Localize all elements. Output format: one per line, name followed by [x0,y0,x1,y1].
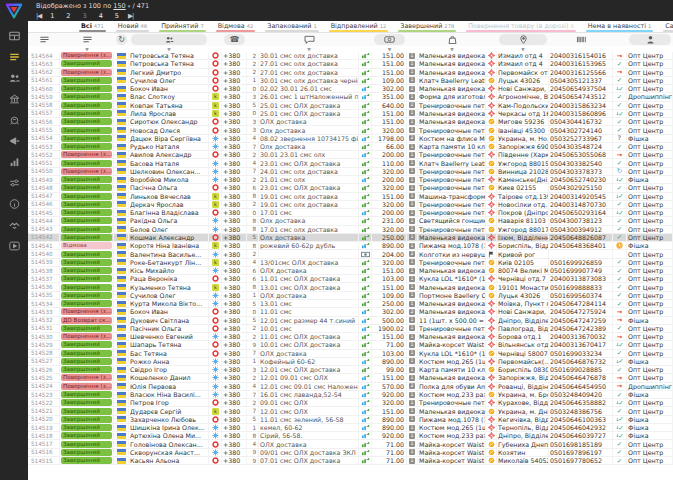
range-dropdown-caret-icon[interactable]: ▾ [128,3,131,9]
table-row[interactable]: 514525Повернення (з...Кошеленко Данил+38… [28,374,673,382]
tab-10[interactable]: Самовивіз2 [658,21,673,32]
table-row[interactable]: 514559ЗавершенийВлас Слоткоуk+380326.01 … [28,93,673,101]
column-header-phone[interactable]: ☎ [224,34,245,45]
table-row[interactable]: 514549ЗавершенийВоробйов Микола+380221.0… [28,176,673,184]
sidebar-item-grid[interactable] [5,28,23,43]
tab-1[interactable]: Всі471 [74,21,111,32]
sidebar-item-chart[interactable] [5,154,23,169]
column-header-branch[interactable] [499,34,547,45]
page-button-4[interactable]: 4 [99,12,103,20]
table-row[interactable]: 514523ЗавершенийВласюк Ніна Василі...+38… [28,391,673,399]
table-row[interactable]: 514528ЗавершенийБас Тетяна+3807ОЛХ доста… [28,350,673,358]
tab-2[interactable]: Новий48 [111,21,154,32]
sidebar-item-info[interactable] [5,196,23,211]
table-row[interactable]: 514530Повернення (з...Шевченко Евгений+3… [28,333,673,341]
page-button-1[interactable]: 1 [50,12,54,20]
last-page-button[interactable]: ▶| [128,12,133,20]
table-row[interactable]: 514517ЗавершенийГоловінова Олексан...+38… [28,440,673,448]
table-row[interactable]: 514536ЗавершенийКузьменко Тетянаk+380813… [28,283,673,291]
table-row[interactable]: 514526ЗавершенийСвідро Ігор+380312.01 см… [28,366,673,374]
column-header-carrier[interactable] [486,33,497,46]
page-button-5[interactable]: 5 [115,12,119,20]
page-button-2[interactable]: 2 [66,12,70,20]
order-comment: Кофейный 60-62 [259,358,359,365]
table-row[interactable]: 514543ЗавершенийБелов Олег+380817.01 смс… [28,226,673,234]
table-row[interactable]: 514537ЗавершенийРаца Вероніка+380611.01 … [28,275,673,283]
sidebar-item-building[interactable] [5,91,23,106]
table-row[interactable]: 514558ЗавершенийКовпак Татьянаk+380525.0… [28,102,673,110]
tab-9[interactable]: Нема в наявності1 [581,21,658,32]
page-button-3[interactable]: 3 [82,12,86,20]
tab-5[interactable]: Запакований1 [260,21,323,32]
column-header-id[interactable] [28,33,60,46]
table-row[interactable]: 514515ЗавершенийКасьян Альона+380907.01 … [28,457,673,465]
table-row[interactable]: 514551ЗавершенийБасова Наталя+380423.01 … [28,159,673,167]
column-header-status[interactable] [60,33,114,46]
column-header-amount[interactable] [374,34,405,45]
column-header-contact-state[interactable]: ↻ [116,34,127,45]
table-row[interactable]: 514519ЗавершенийШишкіна Ірина Олек...+38… [28,424,673,432]
sidebar-item-hands[interactable] [5,217,23,232]
sidebar-item-people[interactable] [5,70,23,85]
column-header-comments-count[interactable] [247,33,259,46]
sidebar-item-play[interactable] [5,238,23,253]
table-row[interactable]: 514540ЗавершенийВалентина Василье...+380… [28,250,673,258]
table-row[interactable]: 514553ЗавершенийРудько Наталя+3807Олх до… [28,143,673,151]
column-header-ttn[interactable] [549,33,613,46]
table-row[interactable]: 514561ЗавершенийСучилов Олег+380130.01 с… [28,77,673,85]
table-row[interactable]: 514539ЗавершенийРоке-Бетанкурт Лін...k+3… [28,259,673,267]
column-header-channel[interactable] [629,34,671,45]
table-row[interactable]: 514541ВідмоваКоротя Ніна Іванівнаk+3808р… [28,242,673,250]
tab-4[interactable]: Відмова42 [211,21,261,32]
table-row[interactable]: 514550Повернення (з...Шелковин Олексан..… [28,168,673,176]
table-row[interactable]: 514555ЗавершенийНовосад Олеся+3803Олх до… [28,126,673,134]
tab-6[interactable]: Відправлений12 [324,21,394,32]
column-header-source[interactable] [209,33,222,46]
table-row[interactable]: 514533Повернення (з...Бокоч Иван+380011.… [28,308,673,316]
table-row[interactable]: 514554ЗавершенийДацюк Віра Сергіївна+380… [28,135,673,143]
range-value[interactable]: 150 [113,2,125,10]
table-row[interactable]: 514547ЗавершенийЛиньков Вячеславk+380819… [28,193,673,201]
column-header-comment[interactable] [259,33,359,46]
sidebar-item-piggy[interactable] [5,112,23,127]
table-row[interactable]: 514532ДО Возврат ск...Дукович Світлана+3… [28,317,673,325]
table-row[interactable]: 514516ЗавершенийСкворунская Анаст...+380… [28,449,673,457]
first-page-button[interactable]: |◀ [36,12,41,20]
table-row[interactable]: 514556ЗавершенийСиротюк Олександр+3803ОЛ… [28,118,673,126]
table-row[interactable]: 514518ЗавершенийАртюхіна Олена Ми...+380… [28,432,673,440]
column-header-payment[interactable] [359,33,372,46]
table-row[interactable]: 514562Повернення (з...Легкий Дмитро+3802… [28,69,673,77]
table-row[interactable]: 514529ЗавершенийШапарь Тетяна+380910.01 … [28,341,673,349]
table-row[interactable]: 514544ЗавершенийРакідна Ольга+3808Олх до… [28,217,673,225]
sidebar-item-orders[interactable] [5,49,23,64]
sidebar-item-sliders[interactable] [5,175,23,190]
table-row[interactable]: 514531ЗавершенийПасічник Ольга+380210.01… [28,325,673,333]
table-row[interactable]: 514542ЗавершенийКошмак Александр+3805Олх… [28,234,673,242]
table-row[interactable]: 514560ЗавершенийБокоч Иван+380002.02 30.… [28,85,673,93]
table-row[interactable]: 514527ЗавершенийРожко Анна+3801Кофейный … [28,358,673,366]
table-row[interactable]: 514552Повернення (з...Авилов Александр+3… [28,151,673,159]
table-row[interactable]: 514564Повернення (з...Петровська Тетяна+… [28,52,673,60]
sales-channel: Опт Центр [627,267,673,274]
table-row[interactable]: 514563ЗавершенийПетровська Тетяна+380227… [28,60,673,68]
column-header-product[interactable] [418,33,486,46]
column-header-client[interactable] [131,34,207,45]
tab-8[interactable]: Повернення товару (в дорозі)0 [461,21,581,32]
table-row[interactable]: 514548ЗавершенийПасічна Ольга+380623.01 … [28,184,673,192]
table-row[interactable]: 514538ЗавершенийКісь Михайло+3806ОЛХ дос… [28,267,673,275]
table-row[interactable]: 514557ЗавершенийЛила Ярославk+380025.01 … [28,110,673,118]
tab-3[interactable]: Прийнятий7 [154,21,211,32]
column-header-delivery-state[interactable] [613,33,627,46]
table-row[interactable]: 514524Повернення (з...Юлія Первова+38041… [28,383,673,391]
table-row[interactable]: 514520ЗавершенийЗахарченко Любовь+380511… [28,416,673,424]
table-row[interactable]: 514521ЗавершенийДударєв Сергійk+380712.0… [28,407,673,415]
tab-7[interactable]: Завершений278 [393,21,461,32]
table-row[interactable]: 514545ЗавершенийБлагінна Владіслава+3800… [28,209,673,217]
app-logo-icon[interactable] [5,3,23,19]
table-row[interactable]: 514546ЗавершенийДеркач Ярославk+380219.0… [28,201,673,209]
table-row[interactable]: 514535ЗавершенийСучилов Олег+3801ОЛХ дос… [28,292,673,300]
table-row[interactable]: 514522ЗавершенийПетров Ігор+380209.01 см… [28,399,673,407]
column-header-items-count[interactable] [407,33,418,46]
sidebar-item-megaphone[interactable] [5,133,23,148]
table-row[interactable]: 514534ЗавершенийКурта Микола Вікто...+38… [28,300,673,308]
